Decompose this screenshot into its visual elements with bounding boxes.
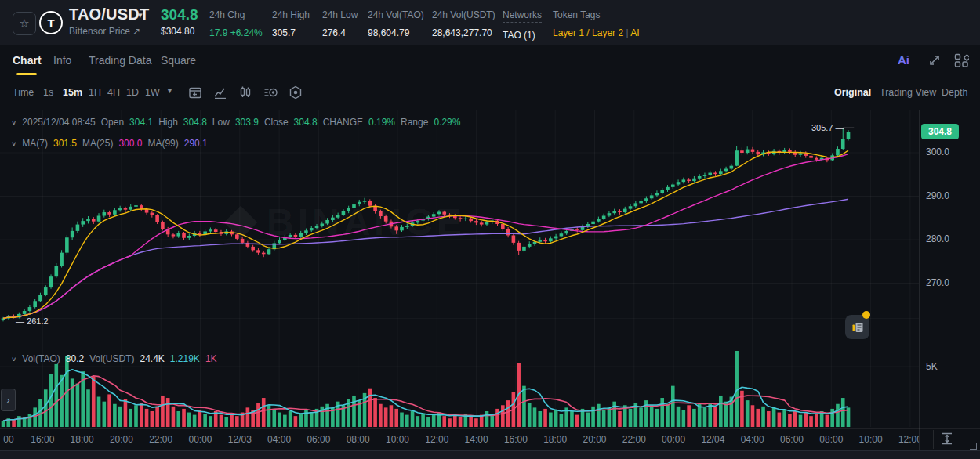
legend-range-value: 0.29% [434,117,460,128]
interval-4h[interactable]: 4H [107,87,120,98]
interval-more-caret[interactable]: ▼ [166,87,173,95]
stat-label: 24h Low [322,9,358,20]
interval-1d[interactable]: 1D [126,87,139,98]
networks-value: TAO (1) [503,30,542,41]
ma7-label: MA(7) [22,138,48,149]
tab-chart[interactable]: Chart [13,54,42,67]
resize-corner-handle[interactable] [970,443,977,450]
vol-quote-value: 24.4K [140,353,164,364]
coin-name-link[interactable]: Bittensor Price ↗ [69,26,140,37]
interval-1s[interactable]: 1s [43,87,53,98]
time-axis-tick: 12/04 [701,434,724,445]
time-axis-tick: 08:00 [347,434,370,445]
vol-ma-slow-value: 1K [205,353,217,364]
symbol-dropdown-caret[interactable]: ▾ [138,10,143,20]
time-label: Time [13,87,34,98]
time-axis-tick: 16:00 [504,434,528,445]
time-axis-tick: 20:00 [110,434,133,445]
news-icon [851,321,864,334]
coin-logo-letter: T [41,13,61,33]
time-axis-tick: 10:00 [859,434,883,445]
legend-low-value: 303.9 [235,117,259,128]
collapse-chevron-icon[interactable]: ∨ [11,356,16,363]
time-axis-tick: 06:00 [780,434,804,445]
trading-page: { "colors": { "up": "#2EBD85", "down": "… [0,0,980,459]
chart-style-icon[interactable] [213,85,227,99]
layout-grid-icon[interactable] [954,53,969,68]
time-axis[interactable]: 0016:0018:0020:0022:0000:0012/0304:0006:… [0,428,919,451]
time-axis-tick: 12:00 [898,434,919,445]
candlestick-chart[interactable]: BINANCE ∨ 2025/12/04 08:45 Open 304.1 Hi… [0,110,980,459]
jump-to-date-icon[interactable] [188,85,202,99]
stat-label: 24h Vol(TAO) [368,9,424,20]
chart-toolbar: Time 1s 15m 1H 4H 1D 1W ▼ Original Tradi… [0,77,980,110]
view-depth[interactable]: Depth [942,87,967,98]
pane-expand-button[interactable]: › [1,389,16,411]
time-axis-tick: 08:00 [819,434,843,445]
time-axis-tick: 00 [3,434,13,445]
networks-label[interactable]: Networks [503,9,542,23]
ma7-value: 301.5 [53,138,77,149]
stat-24h-chg: 24h Chg 17.9 +6.24% [209,9,263,38]
chart-settings-icon[interactable] [289,85,303,99]
active-tab-underline [16,73,37,75]
legend-change-label: CHANGE [323,117,363,128]
bottom-strip [0,450,980,459]
price-axis-tick: 270.0 [926,277,949,288]
token-tag-ai[interactable]: AI [630,27,639,38]
legend-close-label: Close [264,117,289,128]
legend-open-value: 304.1 [129,117,153,128]
collapse-chevron-icon[interactable]: ∨ [11,119,16,126]
collapse-chevron-icon[interactable]: ∨ [11,140,16,147]
view-original[interactable]: Original [834,87,871,98]
fullscreen-icon[interactable] [927,53,942,67]
view-trading-view[interactable]: Trading View [880,87,936,98]
axis-scale-icon[interactable] [940,432,954,446]
low-price-marker: — 261.2 [16,316,49,326]
legend-range-label: Range [401,117,428,128]
stat-value: 98,604.79 [368,27,424,38]
time-axis-tick: 18:00 [543,434,567,445]
ma-legend: ∨ MA(7) 301.5 MA(25) 300.0 MA(99) 290.1 [11,138,208,149]
high-price-marker: 305.7 — [811,123,844,132]
time-axis-tick: 20:00 [583,434,606,445]
candlestick-style-icon[interactable] [238,85,252,99]
token-tag-layers[interactable]: Layer 1 / Layer 2 [553,27,623,38]
tab-info[interactable]: Info [53,54,71,67]
tab-trading-data[interactable]: Trading Data [89,54,151,67]
stat-24h-vol-quote: 24h Vol(USDT) 28,643,277.70 [432,9,495,38]
interval-1w[interactable]: 1W [145,87,160,98]
vol-quote-label: Vol(USDT) [89,353,134,364]
time-axis-tick: 14:00 [465,434,488,445]
token-tags-value[interactable]: Layer 1 / Layer 2 | AI [553,27,640,38]
chart-canvas[interactable] [0,110,980,459]
time-axis-tick: 22:00 [149,434,172,445]
stat-value: 17.9 +6.24% [209,27,263,38]
interval-15m[interactable]: 15m [63,87,82,98]
volume-legend: ∨ Vol(TAO) 80.2 Vol(USDT) 24.4K 1.219K 1… [11,353,217,364]
time-axis-tick: 12/03 [228,434,252,445]
vol-base-label: Vol(TAO) [22,353,60,364]
vol-ma-fast-value: 1.219K [170,353,200,364]
time-axis-tick: 18:00 [71,434,94,445]
vol-axis-tick: 5K [926,361,938,372]
time-axis-tick: 16:00 [31,434,54,445]
favorite-star-button[interactable]: ☆ [13,12,36,35]
stat-token-tags: Token Tags Layer 1 / Layer 2 | AI [553,9,640,38]
time-axis-tick: 22:00 [622,434,646,445]
symbol-title[interactable]: TAO/USDT [69,5,149,23]
token-tags-label: Token Tags [553,9,640,20]
legend-high-label: High [158,117,178,128]
star-icon: ☆ [19,16,29,31]
interval-1h[interactable]: 1H [89,87,101,98]
last-price: 304.8 [161,6,198,23]
vol-base-value: 80.2 [66,353,84,364]
stat-label: 24h Chg [209,9,263,20]
time-axis-tick: 00:00 [662,434,685,445]
ma25-value: 300.0 [118,138,142,149]
ai-assistant-icon[interactable]: Ai [896,52,915,68]
indicators-icon[interactable] [263,85,278,99]
tab-square[interactable]: Square [161,54,196,67]
price-axis[interactable]: 304.8 5K 300.0290.0280.0270.0 [919,110,980,450]
axis-separator [933,430,934,449]
